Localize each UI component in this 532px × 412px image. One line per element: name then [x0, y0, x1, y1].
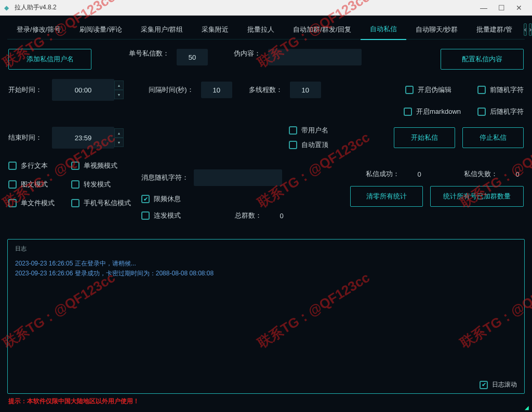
config-dm-content-button[interactable]: 配置私信内容	[441, 49, 524, 70]
tabs-prev-button[interactable]: ‹	[524, 23, 527, 36]
per-account-label: 单号私信数：	[129, 49, 169, 58]
tab-bar: 登录/修改/筛号 刷阅读量/评论 采集用户/群组 采集附近 批量拉人 自动加群/…	[7, 16, 525, 39]
resize-grip-icon[interactable]: ◢	[525, 405, 531, 411]
fake-edit-checkbox[interactable]: 开启伪编辑	[405, 85, 451, 95]
log-text-area[interactable]: 2023-09-23 16:26:05 正在登录中，请稍候...2023-09-…	[15, 259, 517, 377]
multiline-checkbox[interactable]: 多行文本	[8, 161, 55, 170]
end-time-label: 结束时间：	[8, 133, 45, 142]
stop-dm-button[interactable]: 停止私信	[462, 127, 524, 148]
single-file-checkbox[interactable]: 单文件模式	[8, 198, 55, 208]
start-time-label: 开始时间：	[8, 85, 45, 95]
add-dm-user-button[interactable]: 添加私信用户名	[8, 49, 91, 70]
app-window: ◆ 拉人助手v4.8.2 — ☐ ✕ 登录/修改/筛号 刷阅读量/评论 采集用户…	[0, 0, 532, 412]
reset-stats-button[interactable]: 清零所有统计	[350, 186, 423, 207]
prefix-random-checkbox[interactable]: 前随机字符	[477, 85, 524, 95]
threads-label: 多线程数：	[249, 85, 283, 95]
threads-input[interactable]	[290, 82, 321, 98]
image-text-checkbox[interactable]: 图文模式	[8, 180, 55, 189]
end-time-input[interactable]	[52, 127, 114, 149]
with-username-checkbox[interactable]: 带用户名	[289, 126, 328, 135]
start-time-input[interactable]	[52, 79, 114, 101]
success-label: 私信成功：	[366, 169, 400, 179]
auto-pin-checkbox[interactable]: 自动置顶	[289, 140, 328, 150]
titlebar: ◆ 拉人助手v4.8.2 — ☐ ✕	[0, 0, 532, 16]
phone-dm-checkbox[interactable]: 手机号私信模式	[71, 198, 131, 208]
random-char-label: 消息随机字符：	[141, 173, 189, 182]
fail-label: 私信失败：	[464, 169, 498, 179]
fail-value: 0	[511, 170, 524, 178]
total-groups-value: 0	[275, 212, 288, 220]
minimize-button[interactable]: —	[475, 1, 493, 15]
single-video-checkbox[interactable]: 单视频模式	[71, 161, 131, 170]
success-value: 0	[413, 170, 425, 178]
start-dm-button[interactable]: 开始私信	[394, 127, 455, 148]
start-time-down-button[interactable]: ▼	[114, 90, 124, 99]
interval-label: 间隔时间(秒)：	[149, 85, 194, 95]
tab-auto-dm[interactable]: 自动私信	[361, 19, 406, 40]
maximize-button[interactable]: ☐	[493, 1, 510, 15]
window-title: 拉人助手v4.8.2	[15, 3, 475, 12]
tab-batch-pull[interactable]: 批量拉人	[238, 20, 284, 39]
start-time-up-button[interactable]: ▲	[114, 81, 124, 90]
tab-batch-create[interactable]: 批量建群/管	[467, 20, 522, 39]
settings-panel: 添加私信用户名 单号私信数： 伪内容： 配置私信内容 开始时间： ▲ ▼	[7, 39, 525, 232]
total-groups-label: 总群数：	[235, 211, 262, 220]
tab-read-comment[interactable]: 刷阅读量/评论	[70, 20, 131, 39]
suffix-random-checkbox[interactable]: 后随机字符	[477, 107, 524, 116]
tabs-next-button[interactable]: ›	[529, 23, 532, 36]
fake-content-label: 伪内容：	[234, 49, 261, 58]
markdown-checkbox[interactable]: 开启markdown	[404, 107, 461, 116]
log-panel: 日志 2023-09-23 16:26:05 正在登录中，请稍候...2023-…	[7, 239, 525, 394]
end-time-down-button[interactable]: ▼	[114, 138, 124, 147]
burst-mode-checkbox[interactable]: 连发模式	[141, 211, 181, 220]
log-scroll-checkbox[interactable]: 日志滚动	[480, 380, 517, 389]
tab-collect-nearby[interactable]: 采集附近	[192, 20, 238, 39]
app-icon: ◆	[4, 4, 11, 11]
rate-limit-checkbox[interactable]: 限频休息	[141, 194, 181, 204]
close-button[interactable]: ✕	[510, 1, 528, 15]
forward-mode-checkbox[interactable]: 转发模式	[71, 180, 131, 189]
per-account-input[interactable]	[177, 49, 208, 65]
random-char-input[interactable]	[194, 169, 282, 186]
client-area: 登录/修改/筛号 刷阅读量/评论 采集用户/群组 采集附近 批量拉人 自动加群/…	[0, 16, 532, 412]
count-joined-groups-button[interactable]: 统计所有号已加群数量	[430, 186, 524, 207]
tab-auto-group[interactable]: 自动加群/群发/回复	[284, 20, 360, 39]
interval-input[interactable]	[201, 82, 232, 98]
log-label: 日志	[15, 245, 517, 252]
end-time-up-button[interactable]: ▲	[114, 128, 124, 138]
fake-content-input[interactable]	[268, 49, 362, 65]
tab-auto-chat[interactable]: 自动聊天/炒群	[406, 20, 468, 39]
disclaimer-text: 提示：本软件仅限中国大陆地区以外用户使用！	[7, 394, 525, 407]
tab-collect-user[interactable]: 采集用户/群组	[131, 20, 193, 39]
tab-login[interactable]: 登录/修改/筛号	[7, 20, 70, 39]
